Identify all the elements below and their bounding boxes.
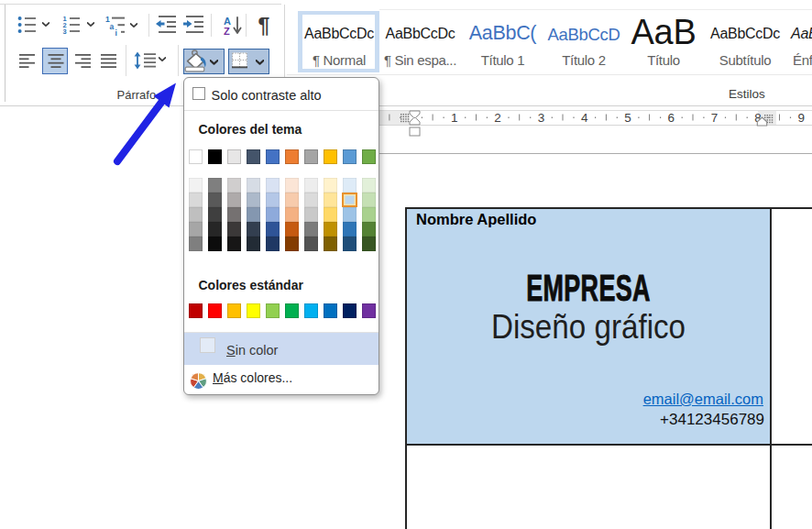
svg-text:i: i [115, 28, 117, 37]
svg-text:a: a [110, 22, 115, 31]
svg-text:Z: Z [224, 26, 230, 36]
svg-text:3: 3 [63, 28, 67, 34]
